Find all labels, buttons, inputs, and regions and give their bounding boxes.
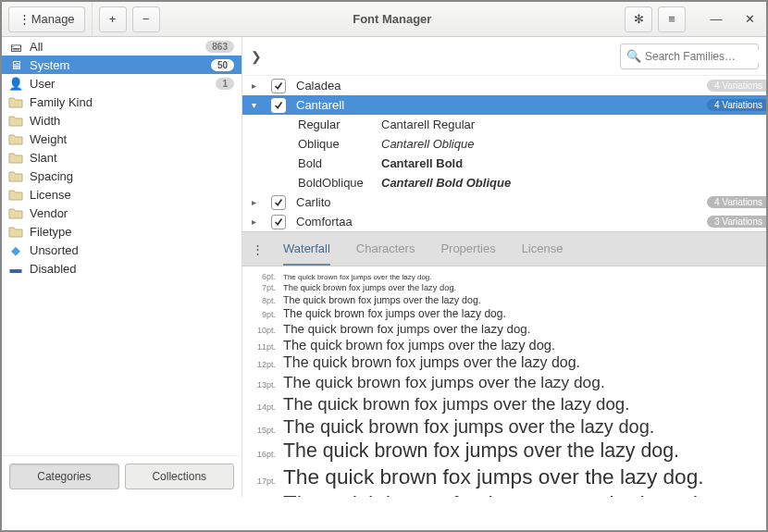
pangram-text: The quick brown fox jumps over the lazy … — [283, 491, 729, 497]
pt-label: 12pt. — [252, 360, 283, 369]
dots-icon: ⋮ — [19, 12, 28, 26]
category-label: Spacing — [30, 169, 234, 183]
category-disabled[interactable]: ▬Disabled — [2, 259, 242, 278]
waterfall-row: 6pt.The quick brown fox jumps over the l… — [252, 272, 757, 281]
remove-button[interactable]: − — [132, 6, 160, 32]
category-label: Weight — [30, 132, 234, 146]
folder-icon — [7, 113, 24, 128]
expander-icon[interactable]: ▸ — [242, 80, 265, 91]
style-row-bold[interactable]: BoldCantarell Bold — [242, 154, 766, 173]
category-weight[interactable]: Weight — [2, 130, 242, 148]
font-checkbox[interactable] — [270, 214, 287, 230]
font-row-cantarell[interactable]: ▾Cantarell4 Variations — [242, 95, 766, 115]
folder-icon — [7, 168, 24, 183]
style-row-regular[interactable]: RegularCantarell Regular — [242, 115, 766, 134]
font-checkbox[interactable] — [270, 78, 287, 94]
folder-icon — [7, 224, 24, 239]
waterfall-row: 14pt.The quick brown fox jumps over the … — [252, 394, 757, 414]
expander-icon[interactable]: ▾ — [242, 100, 265, 110]
pt-label: 6pt. — [252, 272, 283, 281]
category-label: Disabled — [30, 262, 234, 276]
category-unsorted[interactable]: ◆Unsorted — [2, 241, 242, 259]
close-button[interactable]: ✕ — [736, 6, 763, 32]
folder-icon — [7, 187, 24, 202]
collections-tab[interactable]: Collections — [125, 464, 235, 489]
drive-icon: 🖴 — [7, 39, 24, 54]
pt-label: 7pt. — [252, 283, 283, 292]
manage-button[interactable]: ⋮ Manage — [8, 6, 85, 32]
category-family-kind[interactable]: Family Kind — [2, 93, 242, 111]
font-name: Caladea — [292, 79, 707, 93]
waterfall-row: 18pt.The quick brown fox jumps over the … — [252, 491, 757, 497]
style-name: Oblique — [242, 137, 381, 151]
style-sample: Cantarell Regular — [381, 118, 766, 131]
categories-tab[interactable]: Categories — [9, 464, 119, 489]
menu-button[interactable]: ≡ — [658, 6, 686, 32]
font-name: Comfortaa — [292, 215, 707, 229]
waterfall-row: 15pt.The quick brown fox jumps over the … — [252, 416, 757, 438]
category-spacing[interactable]: Spacing — [2, 167, 242, 185]
style-row-boldoblique[interactable]: BoldObliqueCantarell Bold Oblique — [242, 173, 766, 192]
pangram-text: The quick brown fox jumps over the lazy … — [283, 439, 679, 463]
minimize-button[interactable]: — — [702, 6, 730, 32]
user-icon: 👤 — [7, 76, 24, 91]
category-label: Vendor — [30, 206, 234, 220]
window-title: Font Manager — [163, 12, 622, 26]
expander-icon[interactable]: ▸ — [242, 217, 265, 227]
pangram-text: The quick brown fox jumps over the lazy … — [283, 354, 580, 371]
category-count: 863 — [205, 41, 234, 53]
category-label: Slant — [30, 151, 234, 165]
waterfall-row: 11pt.The quick brown fox jumps over the … — [252, 338, 757, 353]
category-all[interactable]: 🖴All863 — [2, 37, 242, 56]
font-checkbox[interactable] — [270, 194, 287, 211]
pt-label: 10pt. — [252, 326, 283, 335]
font-checkbox[interactable] — [270, 97, 287, 114]
search-box[interactable]: 🔍 — [620, 43, 759, 69]
font-row-comfortaa[interactable]: ▸Comfortaa3 Variations — [242, 212, 766, 231]
waterfall-row: 7pt.The quick brown fox jumps over the l… — [252, 283, 757, 292]
pangram-text: The quick brown fox jumps over the lazy … — [283, 394, 629, 414]
variations-badge: 3 Variations — [707, 216, 766, 228]
category-slant[interactable]: Slant — [2, 148, 242, 167]
style-name: Regular — [242, 118, 381, 131]
category-label: Filetype — [30, 225, 234, 239]
expander-icon[interactable]: ▸ — [242, 197, 265, 207]
category-filetype[interactable]: Filetype — [2, 222, 242, 241]
tab-properties[interactable]: Properties — [440, 233, 495, 266]
category-vendor[interactable]: Vendor — [2, 204, 242, 222]
font-name: Cantarell — [292, 98, 707, 112]
disabled-icon: ▬ — [7, 261, 24, 276]
system-icon: 🖥 — [7, 57, 24, 72]
pangram-text: The quick brown fox jumps over the lazy … — [283, 294, 481, 305]
style-sample: Cantarell Oblique — [381, 137, 766, 151]
waterfall-row: 13pt.The quick brown fox jumps over the … — [252, 373, 757, 392]
folder-icon — [7, 205, 24, 220]
pangram-text: The quick brown fox jumps over the lazy … — [283, 338, 555, 353]
category-user[interactable]: 👤User1 — [2, 74, 242, 93]
category-license[interactable]: License — [2, 185, 242, 204]
category-label: License — [30, 188, 234, 202]
waterfall-row: 12pt.The quick brown fox jumps over the … — [252, 354, 757, 371]
style-row-oblique[interactable]: ObliqueCantarell Oblique — [242, 134, 766, 154]
style-sample: Cantarell Bold Oblique — [381, 176, 766, 190]
variations-badge: 4 Variations — [707, 80, 766, 92]
back-button[interactable]: ❯ — [242, 43, 270, 70]
tab-license[interactable]: License — [522, 233, 564, 266]
search-icon: 🔍 — [626, 49, 641, 63]
add-button[interactable]: + — [99, 6, 127, 32]
pt-label: 14pt. — [252, 402, 283, 412]
category-width[interactable]: Width — [2, 111, 242, 130]
font-row-caladea[interactable]: ▸Caladea4 Variations — [242, 76, 766, 95]
font-row-carlito[interactable]: ▸Carlito4 Variations — [242, 192, 766, 212]
pt-label: 17pt. — [252, 476, 283, 486]
search-input[interactable] — [645, 50, 766, 63]
category-system[interactable]: 🖥System50 — [2, 56, 242, 74]
pangram-text: The quick brown fox jumps over the lazy … — [283, 322, 530, 336]
pt-label: 16pt. — [252, 450, 283, 459]
preview-menu-icon[interactable]: ⋮ — [252, 242, 261, 256]
tab-characters[interactable]: Characters — [356, 233, 415, 266]
tab-waterfall[interactable]: Waterfall — [283, 233, 330, 266]
tools-button[interactable]: ✻ — [625, 6, 652, 32]
waterfall-row: 9pt.The quick brown fox jumps over the l… — [252, 307, 757, 320]
waterfall-row: 10pt.The quick brown fox jumps over the … — [252, 322, 757, 336]
